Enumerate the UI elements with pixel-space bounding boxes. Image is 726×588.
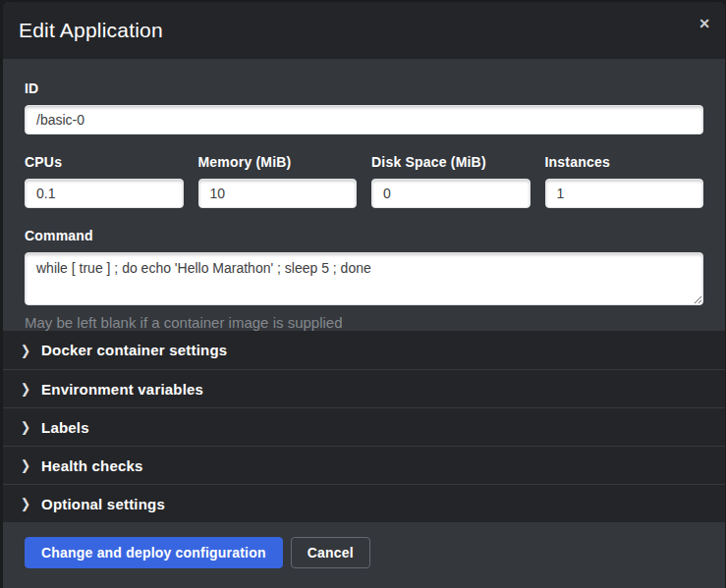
close-icon[interactable]: ✕ <box>698 17 710 30</box>
edit-application-modal: Edit Application ✕ ID CPUs Memory (MiB) … <box>3 2 725 588</box>
section-label: Labels <box>41 419 89 436</box>
command-textarea[interactable]: while [ true ] ; do echo 'Hello Marathon… <box>25 252 703 305</box>
section-health-checks[interactable]: ❯ Health checks <box>3 446 725 484</box>
id-label: ID <box>25 80 703 96</box>
command-field-group: Command while [ true ] ; do echo 'Hello … <box>25 228 703 331</box>
modal-header: Edit Application ✕ <box>3 2 725 59</box>
instances-field-group: Instances <box>545 154 704 208</box>
section-optional-settings[interactable]: ❯ Optional settings <box>3 484 725 522</box>
cpus-label: CPUs <box>25 154 184 170</box>
modal-title: Edit Application <box>19 19 163 42</box>
memory-input[interactable] <box>198 179 358 208</box>
section-label: Health checks <box>41 457 142 474</box>
memory-field-group: Memory (MiB) <box>198 154 358 208</box>
chevron-right-icon: ❯ <box>21 344 30 357</box>
id-field-group: ID <box>25 80 703 134</box>
disk-input[interactable] <box>371 179 531 208</box>
section-docker-container-settings[interactable]: ❯ Docker container settings <box>3 331 725 369</box>
instances-input[interactable] <box>545 179 704 208</box>
disk-field-group: Disk Space (MiB) <box>371 154 531 208</box>
cpus-input[interactable] <box>25 179 184 208</box>
cpus-field-group: CPUs <box>25 154 184 208</box>
section-label: Optional settings <box>41 496 165 512</box>
instances-label: Instances <box>545 154 704 170</box>
id-input[interactable] <box>25 105 703 134</box>
section-environment-variables[interactable]: ❯ Environment variables <box>3 369 725 407</box>
memory-label: Memory (MiB) <box>198 154 358 170</box>
section-labels[interactable]: ❯ Labels <box>3 407 725 446</box>
change-and-deploy-button[interactable]: Change and deploy configuration <box>25 537 283 568</box>
chevron-right-icon: ❯ <box>21 420 30 434</box>
cancel-button[interactable]: Cancel <box>291 537 370 568</box>
disk-label: Disk Space (MiB) <box>371 154 531 170</box>
chevron-right-icon: ❯ <box>21 497 30 510</box>
resources-row: CPUs Memory (MiB) Disk Space (MiB) Insta… <box>25 154 703 208</box>
collapsible-sections: ❯ Docker container settings ❯ Environmen… <box>3 331 725 522</box>
application-form: ID CPUs Memory (MiB) Disk Space (MiB) In… <box>3 59 725 331</box>
command-help-text: May be left blank if a container image i… <box>25 314 703 331</box>
section-label: Environment variables <box>41 381 203 398</box>
chevron-right-icon: ❯ <box>21 382 30 396</box>
command-label: Command <box>25 228 703 243</box>
chevron-right-icon: ❯ <box>21 458 30 472</box>
section-label: Docker container settings <box>41 342 227 358</box>
modal-footer: Change and deploy configuration Cancel <box>3 522 725 588</box>
